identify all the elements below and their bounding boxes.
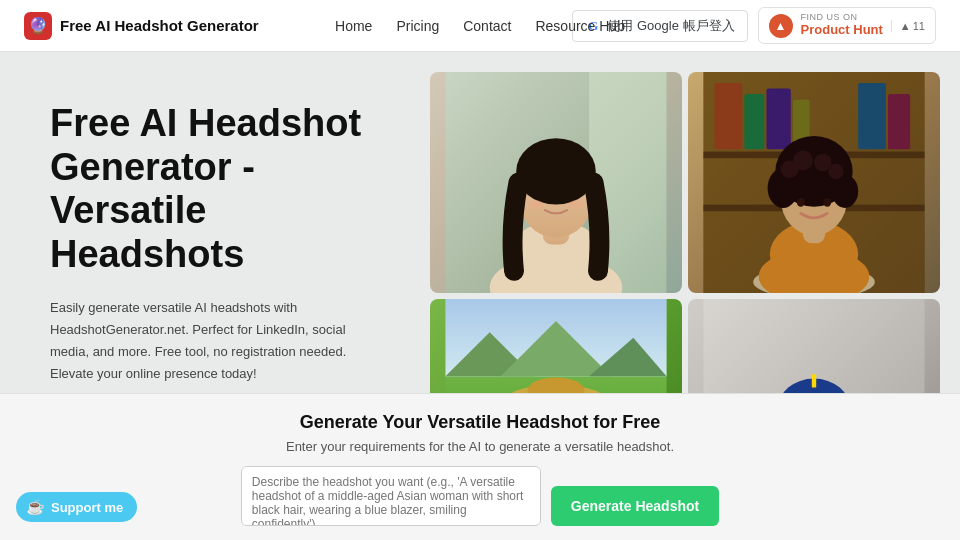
nav-contact[interactable]: Contact — [463, 18, 511, 34]
navbar: 🔮 Free AI Headshot Generator Home Pricin… — [0, 0, 960, 52]
product-hunt-name-label: Product Hunt — [801, 23, 883, 37]
generator-section: Generate Your Versatile Headshot for Fre… — [0, 393, 960, 540]
generator-title: Generate Your Versatile Headshot for Fre… — [20, 412, 940, 433]
svg-point-10 — [528, 200, 543, 209]
hero-image-asian-woman — [430, 72, 682, 293]
coffee-icon: ☕ — [26, 498, 45, 516]
svg-point-34 — [828, 164, 843, 179]
product-hunt-text: FIND US ON Product Hunt — [801, 13, 883, 37]
svg-point-32 — [793, 150, 813, 170]
google-signin-label: 使用 Google 帳戶登入 — [607, 17, 734, 35]
nav-links: Home Pricing Contact Resource Hub — [335, 18, 625, 34]
logo-icon: 🔮 — [24, 12, 52, 40]
nav-resource-hub[interactable]: Resource Hub — [535, 18, 625, 34]
logo-link[interactable]: 🔮 Free AI Headshot Generator — [24, 12, 259, 40]
generator-subtitle: Enter your requirements for the AI to ge… — [20, 439, 940, 454]
svg-point-9 — [565, 190, 574, 201]
svg-point-11 — [568, 200, 583, 209]
upvote-icon: ▲ — [900, 20, 911, 32]
svg-point-7 — [520, 145, 593, 202]
nav-right: G 使用 Google 帳戶登入 ▲ FIND US ON Product Hu… — [572, 7, 936, 43]
generator-input-row: Generate Headshot — [20, 466, 940, 526]
svg-rect-15 — [744, 94, 764, 149]
product-hunt-button[interactable]: ▲ FIND US ON Product Hunt ▲ 11 — [758, 7, 936, 43]
headshot-description-input[interactable] — [241, 466, 541, 526]
svg-rect-16 — [766, 89, 790, 150]
product-hunt-count: ▲ 11 — [891, 20, 925, 32]
hero-description: Easily generate versatile AI headshots w… — [50, 297, 380, 385]
svg-point-36 — [823, 198, 831, 207]
hero-image-library-woman — [688, 72, 940, 293]
hero-title: Free AI Headshot Generator - Versatile H… — [50, 102, 380, 277]
support-me-button[interactable]: ☕ Support me — [16, 492, 137, 522]
generate-headshot-button[interactable]: Generate Headshot — [551, 486, 719, 526]
svg-rect-18 — [858, 83, 886, 149]
support-label: Support me — [51, 500, 123, 515]
svg-point-8 — [538, 190, 547, 201]
main-content: Free AI Headshot Generator - Versatile H… — [0, 52, 960, 540]
product-hunt-icon: ▲ — [769, 14, 793, 38]
nav-pricing[interactable]: Pricing — [396, 18, 439, 34]
nav-home[interactable]: Home — [335, 18, 372, 34]
logo-text: Free AI Headshot Generator — [60, 17, 259, 34]
svg-rect-14 — [715, 83, 743, 149]
svg-rect-19 — [888, 94, 910, 149]
svg-point-35 — [797, 198, 805, 207]
